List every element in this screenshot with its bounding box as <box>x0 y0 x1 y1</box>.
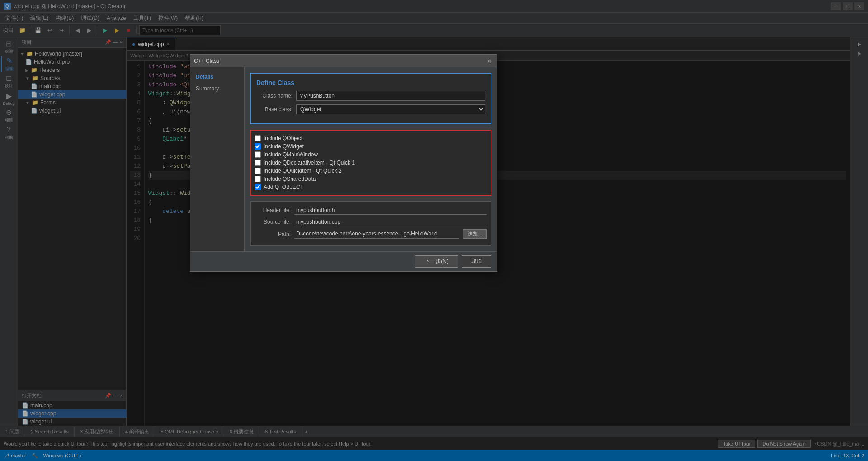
class-name-input[interactable] <box>296 91 485 101</box>
include-qmainwindow-row: Include QMainWindow <box>255 151 487 159</box>
header-file-input[interactable] <box>294 206 487 215</box>
paths-box: Header file: Source file: Path: 浏览... <box>250 201 491 246</box>
base-class-row: Base class: QWidget QObject QMainWindow <box>256 104 485 114</box>
add-qobject-label: Add Q_OBJECT <box>264 184 303 190</box>
header-file-row: Header file: <box>255 206 487 215</box>
wizard-titlebar: C++ Class × <box>190 55 497 67</box>
define-class-title: Define Class <box>256 79 485 86</box>
class-name-label: Class name: <box>256 93 292 99</box>
source-file-row: Source file: <box>255 217 487 226</box>
includes-box: Include QObject Include QWidget Include … <box>250 130 491 196</box>
add-qobject-checkbox[interactable] <box>255 184 261 190</box>
wizard-content: Define Class Class name: Base class: QWi… <box>245 67 497 251</box>
source-file-label: Source file: <box>255 219 291 225</box>
wizard-title-label: C++ Class <box>194 58 219 64</box>
wizard-dialog: C++ Class × Details Summary Define Class… <box>190 54 497 272</box>
cancel-button[interactable]: 取消 <box>462 255 491 268</box>
include-qshareddata-label: Include QSharedData <box>264 176 316 182</box>
include-qwidget-label: Include QWidget <box>264 143 304 150</box>
include-qobject-row: Include QObject <box>255 134 487 142</box>
wizard-footer: 下一步(N) 取消 <box>190 251 497 271</box>
include-qwidget-row: Include QWidget <box>255 142 487 151</box>
include-qobject-checkbox[interactable] <box>255 135 261 141</box>
wizard-body: Details Summary Define Class Class name:… <box>190 67 497 251</box>
wizard-step-summary[interactable]: Summary <box>190 83 244 94</box>
browse-button[interactable]: 浏览... <box>463 229 487 239</box>
include-qquickitem-checkbox[interactable] <box>255 168 261 174</box>
define-class-box: Define Class Class name: Base class: QWi… <box>250 73 491 124</box>
include-qmainwindow-checkbox[interactable] <box>255 151 261 158</box>
include-qdeclarativeitem-checkbox[interactable] <box>255 160 261 166</box>
base-class-label: Base class: <box>256 106 292 113</box>
wizard-sidebar: Details Summary <box>190 67 245 251</box>
include-qshareddata-row: Include QSharedData <box>255 175 487 183</box>
add-qobject-row: Add Q_OBJECT <box>255 183 487 191</box>
wizard-step-details[interactable]: Details <box>190 71 244 83</box>
base-class-select[interactable]: QWidget QObject QMainWindow <box>296 104 485 114</box>
class-name-row: Class name: <box>256 91 485 101</box>
include-qdeclarativeitem-row: Include QDeclarativeItem - Qt Quick 1 <box>255 159 487 167</box>
include-qquickitem-label: Include QQuickItem - Qt Quick 2 <box>264 168 342 174</box>
include-qquickitem-row: Include QQuickItem - Qt Quick 2 <box>255 167 487 175</box>
header-file-label: Header file: <box>255 207 291 213</box>
path-row: Path: 浏览... <box>255 229 487 239</box>
wizard-close-button[interactable]: × <box>485 57 493 65</box>
include-qshareddata-checkbox[interactable] <box>255 176 261 182</box>
include-qdeclarativeitem-label: Include QDeclarativeItem - Qt Quick 1 <box>264 160 355 166</box>
include-qobject-label: Include QObject <box>264 135 302 141</box>
path-label: Path: <box>255 231 291 237</box>
source-file-input[interactable] <box>294 217 487 226</box>
include-qwidget-checkbox[interactable] <box>255 143 261 150</box>
path-input[interactable] <box>294 230 459 239</box>
include-qmainwindow-label: Include QMainWindow <box>264 151 318 158</box>
next-button[interactable]: 下一步(N) <box>415 255 458 268</box>
